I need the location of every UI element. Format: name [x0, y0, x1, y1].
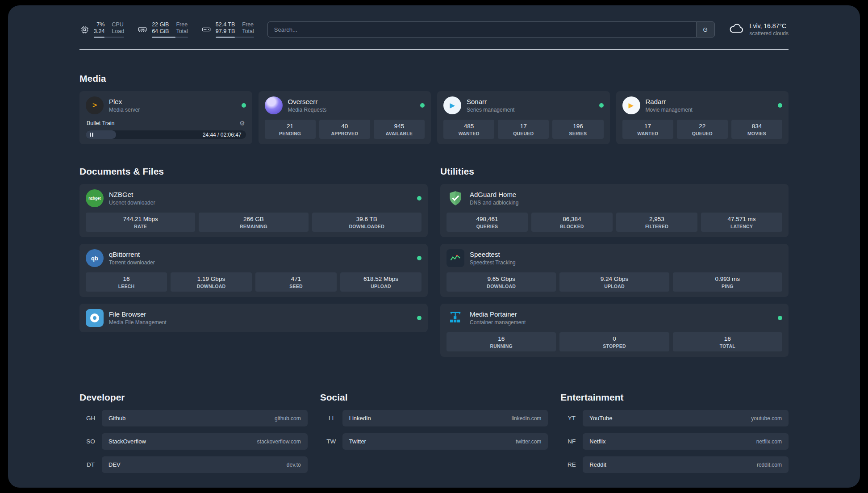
search-input[interactable]	[267, 21, 696, 38]
bookmark-reddit[interactable]: RE Redditreddit.com	[560, 456, 789, 473]
service-name: qBittorrent	[109, 251, 155, 258]
stat-tile: 22QUEUED	[677, 120, 728, 139]
service-name: Radarr	[646, 98, 693, 105]
dashboard: 7% CPU 3.24 Load 22 GiB Free 64 G	[8, 5, 860, 488]
service-filebrowser[interactable]: File Browser Media File Management	[86, 309, 421, 327]
cpu-load-label: Load	[112, 28, 124, 35]
service-name: Plex	[109, 98, 140, 105]
status-dot	[417, 316, 421, 320]
stat-tile: 471SEED	[255, 272, 337, 292]
bookmark-abbr: YT	[560, 410, 583, 426]
service-card-sonarr: ▶ Sonarr Series management 485WANTED 17Q…	[437, 91, 610, 144]
memory-progress-bar	[152, 37, 188, 38]
cloud-icon	[728, 21, 744, 38]
memory-total-label: Total	[176, 28, 188, 35]
status-dot	[417, 256, 421, 260]
bookmark-linkedin[interactable]: LI LinkedInlinkedin.com	[320, 410, 548, 426]
service-stats: 16LEECH 1.19 GbpsDOWNLOAD 471SEED 618.52…	[86, 272, 421, 292]
bookmarks: Developer GH Githubgithub.com SO StackOv…	[79, 392, 789, 480]
disk-total-value: 97.9 TB	[216, 28, 235, 35]
service-adguard[interactable]: AdGuard Home DNS and adblocking	[447, 189, 782, 207]
service-name: Media Portainer	[470, 310, 526, 318]
media-cards: > Plex Media server Bullet Train ⚙ 24:44…	[79, 91, 789, 151]
stat-tile: 47.571 msLATENCY	[701, 213, 782, 232]
bookmark-twitter[interactable]: TW Twittertwitter.com	[320, 433, 548, 450]
bookmark-abbr: LI	[320, 410, 342, 426]
bookmark-group-social: Social LI LinkedInlinkedin.com TW Twitte…	[320, 392, 548, 456]
status-dot	[420, 103, 425, 108]
status-dot	[778, 103, 782, 108]
bookmark-github[interactable]: GH Githubgithub.com	[79, 410, 308, 426]
service-radarr[interactable]: ▶ Radarr Movie management	[622, 96, 783, 114]
status-dot	[242, 103, 246, 108]
portainer-icon	[447, 309, 464, 327]
stat-tile: 39.6 TBDOWNLOADED	[312, 213, 421, 232]
service-subtitle: DNS and adblocking	[470, 200, 518, 206]
section-title-documents: Documents & Files	[79, 166, 428, 177]
service-subtitle: Media server	[109, 107, 140, 113]
section-title-social: Social	[320, 392, 548, 403]
service-stats: 744.21 MbpsRATE 266 GBREMAINING 39.6 TBD…	[86, 213, 421, 232]
cpu-load-value: 3.24	[94, 28, 104, 35]
playback-progress-bar[interactable]: 24:44 / 02:06:47	[86, 130, 246, 139]
service-card-radarr: ▶ Radarr Movie management 17WANTED 22QUE…	[616, 91, 789, 144]
service-sonarr[interactable]: ▶ Sonarr Series management	[443, 96, 604, 114]
service-portainer[interactable]: Media Portainer Container management	[447, 309, 782, 327]
cpu-icon	[79, 25, 89, 34]
service-name: Speedtest	[470, 251, 516, 258]
bookmark-netflix[interactable]: NF Netflixnetflix.com	[560, 433, 789, 450]
service-name: AdGuard Home	[470, 191, 518, 198]
search-provider-button[interactable]: G	[696, 21, 715, 38]
weather-location: Lviv, 16.87°C	[750, 22, 789, 29]
memory-free-value: 22 GiB	[152, 21, 169, 28]
service-name: Overseerr	[288, 98, 327, 105]
service-card-portainer: Media Portainer Container management 16R…	[440, 304, 789, 357]
stat-tile: 744.21 MbpsRATE	[86, 213, 195, 232]
status-dot	[417, 196, 421, 201]
service-stats: 16RUNNING 0STOPPED 16TOTAL	[447, 332, 782, 351]
bookmark-youtube[interactable]: YT YouTubeyoutube.com	[560, 410, 789, 426]
cpu-widget: 7% CPU 3.24 Load	[79, 21, 124, 38]
service-card-overseerr: Overseerr Media Requests 21PENDING 40APP…	[259, 91, 431, 144]
stat-tile: 17WANTED	[622, 120, 673, 139]
plex-now-playing: Bullet Train ⚙ 24:44 / 02:06:47	[86, 119, 246, 139]
cpu-usage-value: 7%	[94, 21, 104, 28]
service-name: NZBGet	[109, 191, 155, 198]
service-card-plex: > Plex Media server Bullet Train ⚙ 24:44…	[79, 91, 252, 144]
service-plex[interactable]: > Plex Media server	[86, 96, 246, 114]
stat-tile: 17QUEUED	[498, 120, 549, 139]
bookmark-abbr: NF	[560, 433, 583, 450]
service-qbittorrent[interactable]: qb qBittorrent Torrent downloader	[86, 249, 421, 267]
resource-monitors: 7% CPU 3.24 Load 22 GiB Free 64 G	[79, 21, 254, 38]
bookmark-stackoverflow[interactable]: SO StackOverflowstackoverflow.com	[79, 433, 308, 450]
sonarr-icon: ▶	[443, 96, 461, 114]
main-columns: Documents & Files nzbget NZBGet Usenet d…	[79, 166, 789, 363]
gear-icon[interactable]: ⚙	[239, 120, 245, 127]
plex-icon: >	[86, 96, 104, 114]
bookmark-group-entertainment: Entertainment YT YouTubeyoutube.com NF N…	[560, 392, 789, 480]
disk-progress-bar	[216, 37, 254, 38]
disk-icon	[201, 25, 211, 34]
status-dot	[778, 316, 782, 320]
service-subtitle: Torrent downloader	[109, 259, 155, 266]
stat-tile: 1.19 GbpsDOWNLOAD	[171, 272, 252, 292]
stat-tile: 2,953FILTERED	[616, 213, 697, 232]
stat-tile: 0STOPPED	[559, 332, 669, 351]
service-overseerr[interactable]: Overseerr Media Requests	[265, 96, 425, 114]
stat-tile: 16RUNNING	[447, 332, 556, 351]
documents-column: Documents & Files nzbget NZBGet Usenet d…	[79, 166, 428, 339]
service-speedtest[interactable]: Speedtest Speedtest Tracking	[447, 249, 782, 267]
service-card-speedtest: Speedtest Speedtest Tracking 9.65 GbpsDO…	[440, 244, 789, 297]
stat-tile: 16LEECH	[86, 272, 167, 292]
weather-widget[interactable]: Lviv, 16.87°C scattered clouds	[728, 21, 789, 38]
pause-icon[interactable]	[90, 133, 93, 137]
memory-free-label: Free	[176, 21, 188, 28]
bookmark-dev[interactable]: DT DEVdev.to	[79, 456, 308, 473]
service-stats: 21PENDING 40APPROVED 945AVAILABLE	[265, 120, 425, 139]
service-name: Sonarr	[467, 98, 514, 105]
disk-stats: 52.4 TB Free 97.9 TB Total	[216, 21, 254, 38]
cpu-stats: 7% CPU 3.24 Load	[94, 21, 124, 38]
service-nzbget[interactable]: nzbget NZBGet Usenet downloader	[86, 189, 421, 207]
service-subtitle: Media Requests	[288, 107, 327, 113]
service-subtitle: Series management	[467, 107, 514, 113]
